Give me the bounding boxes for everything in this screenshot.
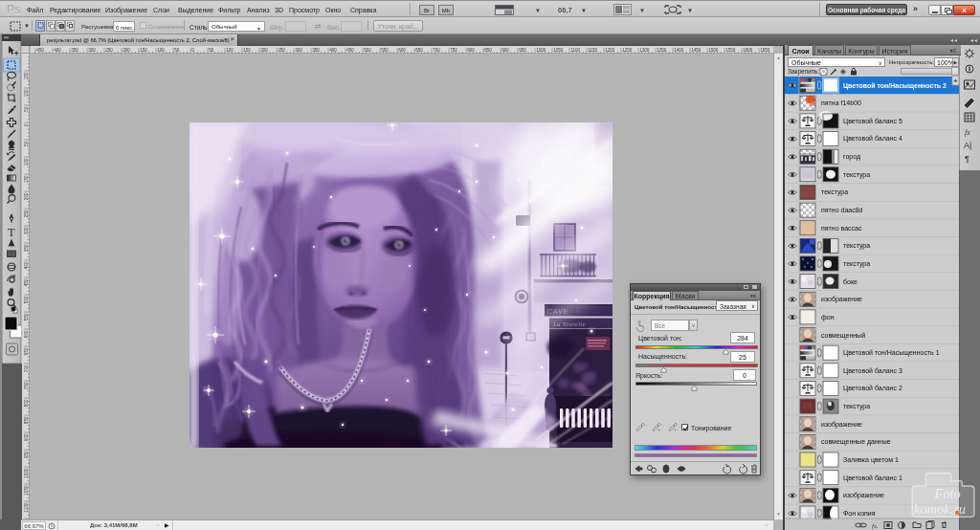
svg-text:0: 0 xyxy=(24,123,29,126)
svg-text:Цветовой баланс 3: Цветовой баланс 3 xyxy=(843,367,902,375)
svg-text:900: 900 xyxy=(24,433,29,441)
svg-text:700: 700 xyxy=(24,364,29,372)
svg-text:500: 500 xyxy=(24,296,29,303)
svg-text:текстура: текстура xyxy=(843,403,870,410)
svg-text:150: 150 xyxy=(243,48,251,53)
svg-text:200: 200 xyxy=(260,48,268,53)
svg-text:1500: 1500 xyxy=(708,48,719,53)
svg-text:350: 350 xyxy=(71,48,78,53)
svg-text:250: 250 xyxy=(278,48,285,53)
svg-text:300: 300 xyxy=(24,227,29,234)
svg-text:совмещенные данные: совмещенные данные xyxy=(821,438,891,446)
svg-text:1050: 1050 xyxy=(553,48,564,53)
svg-text:текстура: текстура xyxy=(843,171,870,179)
svg-text:боке: боке xyxy=(843,278,858,285)
svg-text:1200: 1200 xyxy=(605,48,615,53)
svg-text:400: 400 xyxy=(24,261,29,269)
svg-text:400: 400 xyxy=(54,48,61,53)
svg-text:¶: ¶ xyxy=(965,154,969,164)
svg-text:50: 50 xyxy=(174,48,180,53)
svg-text:1050: 1050 xyxy=(24,485,29,496)
svg-text:300: 300 xyxy=(295,48,302,53)
svg-text:фон: фон xyxy=(821,314,835,321)
svg-text:1650: 1650 xyxy=(760,48,770,53)
svg-text:0: 0 xyxy=(191,48,194,53)
svg-text:750: 750 xyxy=(24,382,29,389)
svg-text:1400: 1400 xyxy=(674,48,684,53)
svg-text:400: 400 xyxy=(329,48,337,53)
svg-text:800: 800 xyxy=(24,399,29,407)
svg-text:A|: A| xyxy=(964,141,971,150)
svg-text:текстура: текстура xyxy=(843,260,870,268)
svg-text:Заливка цветом 1: Заливка цветом 1 xyxy=(843,456,899,464)
svg-text:1100: 1100 xyxy=(570,48,580,53)
svg-text:пятна f14b00: пятна f14b00 xyxy=(821,99,861,106)
svg-text:550: 550 xyxy=(381,48,389,53)
svg-text:650: 650 xyxy=(415,48,423,53)
svg-text:100: 100 xyxy=(24,89,29,97)
svg-text:300: 300 xyxy=(88,48,96,53)
svg-text:450: 450 xyxy=(24,278,29,286)
svg-text:+: + xyxy=(674,427,678,432)
svg-text:250: 250 xyxy=(105,48,113,53)
svg-text:50: 50 xyxy=(24,106,29,112)
svg-text:1600: 1600 xyxy=(743,48,753,53)
svg-text:Фон копия: Фон копия xyxy=(843,510,876,517)
svg-text:изображение: изображение xyxy=(843,492,884,499)
svg-text:100: 100 xyxy=(226,48,234,53)
svg-text:250: 250 xyxy=(24,210,29,217)
svg-text:50: 50 xyxy=(209,48,214,53)
svg-text:650: 650 xyxy=(24,347,29,355)
svg-text:600: 600 xyxy=(24,330,29,338)
svg-text:1250: 1250 xyxy=(622,48,633,53)
svg-text:200: 200 xyxy=(24,192,29,200)
svg-text:Цветовой баланс 2: Цветовой баланс 2 xyxy=(843,385,902,392)
svg-text:600: 600 xyxy=(398,48,406,53)
svg-text:пятно daac8d: пятно daac8d xyxy=(821,207,863,213)
svg-text:fx: fx xyxy=(965,128,970,137)
svg-text:1100: 1100 xyxy=(24,502,29,512)
svg-text:изображение: изображение xyxy=(821,296,862,303)
svg-text:950: 950 xyxy=(24,451,29,458)
svg-text:Цветовой баланс 1: Цветовой баланс 1 xyxy=(843,475,902,482)
svg-text:1450: 1450 xyxy=(691,48,702,53)
svg-text:Цветовой тон/Насыщенность 1: Цветовой тон/Насыщенность 1 xyxy=(843,349,940,357)
svg-text:200: 200 xyxy=(122,48,130,53)
svg-text:900: 900 xyxy=(501,48,509,53)
svg-text:город: город xyxy=(843,153,860,161)
svg-text:100: 100 xyxy=(157,48,165,53)
svg-text:150: 150 xyxy=(140,48,147,53)
svg-text:Цветовой баланс 5: Цветовой баланс 5 xyxy=(843,118,902,125)
svg-text:100: 100 xyxy=(24,158,29,166)
svg-text:800: 800 xyxy=(467,48,475,53)
svg-text:1000: 1000 xyxy=(24,468,29,478)
svg-text:текстура: текстура xyxy=(843,242,870,250)
svg-text:1350: 1350 xyxy=(657,48,667,53)
svg-text:+: + xyxy=(657,427,661,432)
svg-text:изображение: изображение xyxy=(821,421,862,429)
svg-text:пятно вассас: пятно вассас xyxy=(821,225,862,232)
svg-text:150: 150 xyxy=(24,175,29,183)
svg-text:450: 450 xyxy=(36,48,44,53)
svg-text:350: 350 xyxy=(312,48,320,53)
svg-text:1150: 1150 xyxy=(588,48,597,53)
svg-text:fx.: fx. xyxy=(872,522,879,530)
svg-text:Цветовой баланс 4: Цветовой баланс 4 xyxy=(843,135,902,143)
svg-text:1550: 1550 xyxy=(725,48,736,53)
svg-text:500: 500 xyxy=(364,48,371,53)
svg-text:1300: 1300 xyxy=(639,48,650,53)
svg-text:150: 150 xyxy=(24,72,29,79)
svg-text:Цветовой тон/Насыщенность 2: Цветовой тон/Насыщенность 2 xyxy=(843,82,947,90)
svg-text:950: 950 xyxy=(519,48,526,53)
svg-text:совмещенный: совмещенный xyxy=(821,332,865,340)
svg-text:550: 550 xyxy=(24,313,29,320)
svg-text:350: 350 xyxy=(24,244,29,252)
svg-text:1000: 1000 xyxy=(536,48,546,53)
svg-text:Foto: Foto xyxy=(934,486,961,501)
svg-text:текстура: текстура xyxy=(821,188,848,196)
svg-text:850: 850 xyxy=(24,416,29,424)
svg-text:T: T xyxy=(8,226,15,239)
svg-text:50: 50 xyxy=(24,141,29,146)
svg-text:750: 750 xyxy=(450,48,457,53)
svg-text:850: 850 xyxy=(484,48,492,53)
